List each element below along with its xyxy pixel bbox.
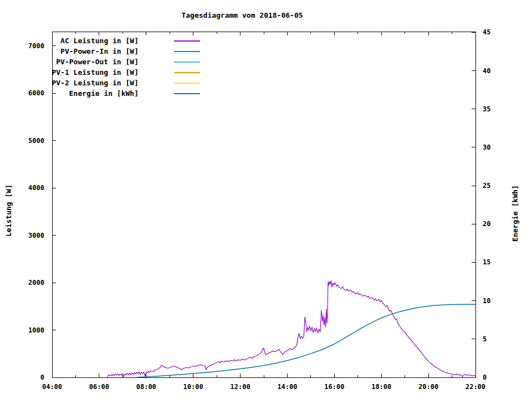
y-right-tick-label: 40	[483, 67, 490, 75]
y-left-tick-label: 7000	[28, 42, 44, 50]
legend-item-pv_out: PV-Power-Out in [W]	[50, 57, 200, 67]
y-right-tick-label: 20	[483, 220, 490, 228]
y-right-tick-label: 30	[483, 144, 490, 151]
x-tick-label: 10:00	[183, 383, 203, 391]
tagesdiagramm-chart: 0100020003000400050006000700005101520253…	[0, 0, 532, 399]
legend-item-pv1: PV-1 Leistung in [W]	[50, 67, 200, 78]
x-tick-label: 20:00	[418, 383, 438, 391]
y-right-tick-label: 35	[483, 105, 490, 113]
x-tick-label: 04:00	[42, 383, 62, 391]
legend-label: Energie in [kWh]	[50, 89, 139, 98]
legend-label: PV-2 Leistung in [W]	[50, 79, 139, 87]
x-tick-label: 18:00	[371, 383, 391, 391]
legend-item-pv2: PV-2 Leistung in [W]	[50, 78, 200, 88]
x-tick-label: 16:00	[324, 383, 344, 391]
x-tick-label: 22:00	[466, 383, 485, 391]
y-left-tick-label: 1000	[28, 326, 44, 334]
legend-color-line	[174, 40, 200, 42]
chart-title: Tagesdiagramm vom 2018-06-05	[181, 11, 303, 19]
legend-label: PV-Power-In in [W]	[50, 47, 139, 55]
y-right-axis-title: Energie [kWh]	[511, 185, 519, 242]
y-left-tick-label: 5000	[28, 137, 44, 145]
y-right-tick-label: 10	[483, 297, 490, 305]
legend-item-energie: Energie in [kWh]	[50, 88, 200, 99]
y-left-tick-label: 6000	[28, 89, 44, 97]
series-line-energie	[137, 304, 475, 377]
x-tick-label: 12:00	[230, 383, 250, 391]
legend-color-line	[174, 83, 200, 84]
y-left-tick-label: 4000	[28, 184, 44, 192]
x-tick-label: 14:00	[277, 383, 297, 391]
legend-label: PV-1 Leistung in [W]	[50, 68, 139, 76]
legend-item-pv_in: PV-Power-In in [W]	[50, 46, 200, 57]
legend-color-line	[174, 93, 200, 94]
y-right-tick-label: 45	[483, 28, 490, 36]
y-right-tick-label: 5	[483, 335, 487, 343]
x-tick-label: 08:00	[136, 383, 156, 391]
y-right-tick-label: 0	[483, 374, 487, 381]
legend-color-line	[174, 62, 200, 63]
series-line-ac	[108, 281, 475, 377]
legend-item-ac: AC Leistung in [W]	[50, 35, 200, 46]
legend: AC Leistung in [W]PV-Power-In in [W]PV-P…	[50, 35, 200, 99]
y-right-tick-label: 25	[483, 182, 490, 190]
y-left-tick-label: 2000	[28, 279, 44, 287]
y-left-axis-title: Leistung [W]	[4, 185, 13, 237]
legend-label: AC Leistung in [W]	[50, 37, 139, 45]
legend-color-line	[174, 72, 200, 73]
y-left-tick-label: 3000	[28, 232, 44, 239]
y-left-tick-label: 0	[40, 374, 44, 381]
y-right-tick-label: 15	[483, 258, 490, 266]
legend-color-line	[174, 51, 200, 52]
x-tick-label: 06:00	[89, 383, 109, 391]
legend-label: PV-Power-Out in [W]	[50, 58, 139, 66]
